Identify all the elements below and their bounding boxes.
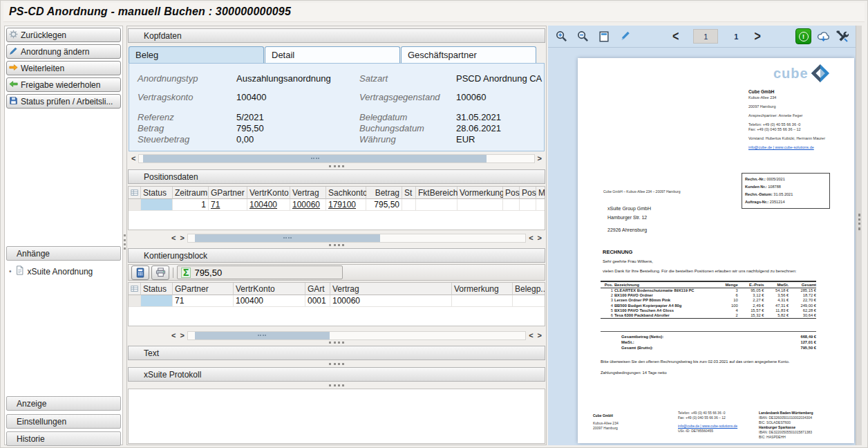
item-pos: 5 bbox=[601, 308, 614, 313]
zoom-out-icon[interactable] bbox=[575, 29, 590, 44]
previous-page-icon[interactable]: < bbox=[672, 28, 679, 44]
col-header[interactable]: Belegp.. bbox=[513, 283, 545, 295]
col-header[interactable]: GArt bbox=[305, 283, 330, 295]
scroll-right-icon[interactable]: > bbox=[536, 155, 543, 162]
sidebar-splitter-grip[interactable] bbox=[124, 234, 126, 250]
page-number-input[interactable] bbox=[693, 29, 718, 44]
positionsdaten-hscrollbar[interactable]: < > < > bbox=[130, 233, 543, 243]
scroll-channel[interactable] bbox=[138, 154, 534, 163]
invoice-info-box: Rechn.-Nr.: 0005/2021 Kunden Nr.: 108788… bbox=[742, 173, 830, 209]
col-header[interactable]: Betrag bbox=[366, 187, 402, 199]
protokoll-section-header[interactable]: xSuite Protokoll bbox=[128, 367, 545, 382]
kopfdaten-header[interactable]: Kopfdaten bbox=[128, 28, 545, 43]
col-header[interactable]: St bbox=[402, 187, 416, 199]
splitter-grip[interactable] bbox=[329, 244, 344, 246]
scroll-left-icon[interactable]: < bbox=[527, 332, 534, 339]
scroll-thumb[interactable] bbox=[195, 332, 330, 339]
col-header[interactable]: GPartner bbox=[209, 187, 247, 199]
col-header[interactable]: Status bbox=[141, 283, 173, 295]
kontierungsblock-header[interactable]: Kontierungsblock bbox=[128, 248, 545, 263]
col-header[interactable]: GPartner bbox=[173, 283, 234, 295]
positionsdaten-header[interactable]: Positionsdaten bbox=[128, 169, 545, 184]
scroll-right-icon[interactable]: > bbox=[536, 332, 543, 339]
scroll-left-icon[interactable]: < bbox=[170, 234, 177, 241]
select-all-icon[interactable] bbox=[129, 283, 141, 295]
col-header[interactable]: FktBereich bbox=[416, 187, 457, 199]
positionsdaten-row[interactable]: 1 71 100400 100060 179100 795,50 bbox=[129, 199, 545, 211]
splitter-grip[interactable] bbox=[329, 342, 344, 344]
anordnung-aendern-button[interactable]: Anordnung ändern bbox=[6, 44, 121, 59]
col-header[interactable]: Sachkonto bbox=[326, 187, 366, 199]
historie-header[interactable]: Historie bbox=[6, 431, 121, 446]
sum-icon[interactable]: Σ bbox=[181, 268, 191, 278]
weiterleiten-button[interactable]: Weiterleiten bbox=[6, 61, 121, 75]
col-header[interactable]: Pos bbox=[520, 187, 536, 199]
col-header[interactable]: VertrKonto bbox=[247, 187, 290, 199]
scroll-channel[interactable] bbox=[187, 331, 526, 340]
col-header[interactable]: Pos bbox=[503, 187, 520, 199]
vertrkonto-link[interactable]: 100400 bbox=[249, 200, 277, 209]
item-price: 95,05 € bbox=[738, 288, 764, 293]
kopfdaten-hscrollbar[interactable]: < > bbox=[130, 153, 543, 163]
zuruecklegen-button[interactable]: Zurücklegen bbox=[6, 28, 121, 42]
scroll-left-icon[interactable]: < bbox=[527, 234, 534, 241]
viewer-splitter[interactable] bbox=[856, 26, 862, 445]
scroll-thumb[interactable] bbox=[143, 155, 487, 162]
scroll-channel[interactable] bbox=[187, 234, 526, 243]
splitter-grip[interactable] bbox=[329, 363, 344, 365]
fit-page-icon[interactable] bbox=[596, 29, 612, 44]
col-header[interactable]: Vertrag bbox=[330, 283, 452, 295]
scroll-right-icon[interactable]: > bbox=[536, 234, 543, 241]
col-header[interactable]: Vertrag bbox=[290, 187, 326, 199]
supplier-board: Vorstand: Hubertus Kubicki, Hermann Maur… bbox=[748, 136, 838, 141]
col-header[interactable]: Vormerkung bbox=[452, 283, 513, 295]
sachkonto-link[interactable]: 179100 bbox=[328, 200, 356, 209]
item-vat: 4,31 € bbox=[764, 298, 789, 303]
tab-beleg[interactable]: Beleg bbox=[129, 46, 264, 63]
highlighter-icon[interactable] bbox=[618, 29, 633, 44]
sachkonto-cell: 179100 bbox=[326, 199, 366, 211]
splitter-grip[interactable] bbox=[329, 384, 344, 386]
gpartner-link[interactable]: 71 bbox=[211, 200, 220, 209]
invoice-title: RECHNUNG bbox=[603, 249, 632, 255]
status-pruefen-button[interactable]: Status prüfen / Arbeitsli... bbox=[6, 94, 121, 109]
col-header[interactable]: Vormerkung bbox=[457, 187, 503, 199]
kontierungsblock-hscrollbar[interactable]: < > < > bbox=[130, 330, 543, 340]
sum-value: 795,50 bbox=[194, 268, 222, 278]
anzeige-header[interactable]: Anzeige bbox=[6, 396, 121, 411]
status-alert-button[interactable]: ! bbox=[795, 28, 811, 44]
next-page-icon[interactable]: > bbox=[754, 28, 760, 44]
calculator-button[interactable] bbox=[131, 265, 149, 280]
viewer-splitter-grip[interactable] bbox=[858, 214, 860, 230]
zoom-in-icon[interactable] bbox=[554, 29, 569, 44]
scroll-left-icon[interactable]: < bbox=[130, 155, 137, 162]
row-selector[interactable] bbox=[129, 199, 141, 211]
col-header[interactable]: VertrKonto bbox=[234, 283, 305, 295]
einstellungen-header[interactable]: Einstellungen bbox=[6, 414, 121, 429]
row-selector[interactable] bbox=[129, 295, 141, 307]
anhaenge-header[interactable]: Anhänge bbox=[6, 246, 121, 261]
tools-icon[interactable] bbox=[835, 29, 850, 44]
tab-geschaeftspartner[interactable]: Geschäftspartner bbox=[401, 46, 536, 63]
scroll-thumb[interactable] bbox=[195, 234, 381, 242]
print-button[interactable] bbox=[151, 265, 169, 280]
vertrag-link[interactable]: 100060 bbox=[292, 200, 320, 209]
col-header[interactable]: Zeitraum bbox=[173, 187, 209, 199]
scroll-right-icon[interactable]: > bbox=[178, 234, 185, 241]
cloud-download-icon[interactable] bbox=[815, 29, 831, 44]
info-label: Rechn.-Datum: bbox=[745, 192, 773, 196]
kontierungsblock-row[interactable]: 71 100400 0001 100060 bbox=[129, 295, 545, 307]
total-label: Gesamt (Brutto): bbox=[601, 345, 789, 351]
tab-detail[interactable]: Detail bbox=[265, 46, 400, 63]
col-header[interactable]: Status bbox=[141, 187, 173, 199]
field-label: Steuerbetrag bbox=[138, 134, 189, 144]
scroll-left-icon[interactable]: < bbox=[170, 332, 177, 339]
positionsdaten-title: Positionsdaten bbox=[144, 172, 198, 182]
freigabe-wiederholen-button[interactable]: Freigabe wiederholen bbox=[6, 77, 121, 92]
splitter-grip[interactable] bbox=[329, 165, 344, 167]
col-header[interactable]: MV erz. bbox=[536, 187, 545, 199]
scroll-right-icon[interactable]: > bbox=[178, 332, 185, 339]
text-section-header[interactable]: Text bbox=[128, 346, 545, 360]
select-all-icon[interactable] bbox=[129, 187, 141, 199]
attachment-item-xsuite-anordnung[interactable]: • xSuite Anordnung bbox=[9, 265, 93, 277]
